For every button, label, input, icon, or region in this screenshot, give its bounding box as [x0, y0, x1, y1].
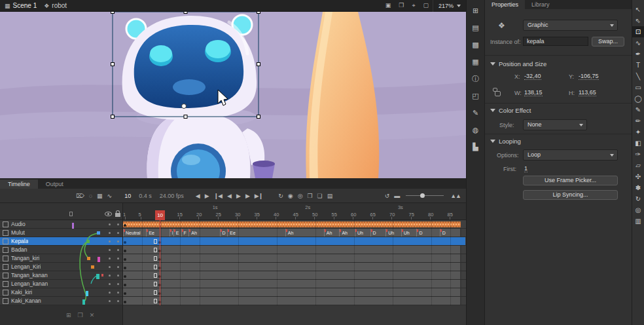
robot-head-instance[interactable] [122, 15, 257, 120]
zoom-level-dropdown[interactable]: 217% [433, 0, 466, 12]
lasso-tool[interactable]: ∿ [632, 37, 644, 48]
keyframe-dot[interactable] [124, 267, 126, 269]
layer-item-badan[interactable]: Badan [0, 246, 122, 254]
motion-editor-icon[interactable]: ∿ [105, 193, 115, 199]
frames-row-kaki_kiri[interactable] [123, 288, 466, 297]
rectangle-tool[interactable]: ▭ [632, 82, 644, 93]
edit-symbols-icon[interactable]: ❐ [395, 2, 408, 9]
transform-point[interactable] [182, 104, 187, 109]
delete-layer-icon[interactable]: ✕ [86, 312, 98, 318]
keyframe-hollow[interactable] [154, 273, 157, 278]
y-value[interactable]: -106,75 [579, 73, 599, 80]
layer-item-lengan_kanan[interactable]: Lengan_kanan [0, 280, 122, 288]
keyframe-dot[interactable] [124, 241, 126, 244]
frames-row-lengan_kiri[interactable] [123, 263, 466, 271]
h-value[interactable]: 113,65 [579, 89, 596, 96]
frames-row-badan[interactable] [123, 246, 466, 254]
onion-skin-icon[interactable]: ◉ [285, 193, 295, 199]
step-forward-icon[interactable]: ▶ [202, 193, 211, 199]
keyframe-dot[interactable] [124, 301, 126, 303]
layer-lock-dot[interactable] [117, 275, 119, 277]
layer-lock-dot[interactable] [117, 258, 119, 259]
pen-tool[interactable]: ✒ [632, 48, 644, 60]
step-back-icon[interactable]: ◀ [193, 193, 202, 199]
eraser-tool[interactable]: ▱ [632, 160, 644, 171]
color-panel-icon[interactable]: ▩ [468, 37, 484, 52]
play-icon[interactable]: ▶ [234, 193, 243, 199]
tab-properties[interactable]: Properties [485, 0, 525, 9]
reset-timeline-zoom-icon[interactable]: ↺ [382, 193, 392, 199]
layer-lock-dot[interactable] [117, 223, 119, 225]
eyedropper-tool[interactable]: ✑ [632, 149, 644, 160]
tab-library[interactable]: Library [525, 0, 556, 9]
layer-visibility-dot[interactable] [109, 240, 111, 242]
layer-item-lengan_kiri[interactable]: Lengan_Kiri [0, 263, 122, 271]
publish-panel-icon[interactable]: ◍ [468, 122, 484, 138]
keyframe-hollow[interactable] [154, 290, 157, 295]
keyframe-dot[interactable] [124, 258, 126, 261]
frames-row-tangan_kanan[interactable] [123, 271, 466, 280]
keyframe-dot[interactable] [124, 292, 126, 295]
width-tool[interactable]: ✣ [632, 171, 644, 182]
layer-visibility-dot[interactable] [109, 292, 111, 294]
lock-all-icon[interactable] [115, 213, 120, 217]
swap-button[interactable]: Swap... [592, 37, 624, 47]
rotation-tool[interactable]: ↻ [632, 193, 644, 204]
layer-visibility-dot[interactable] [109, 249, 111, 251]
free-transform-tool[interactable]: ⊡ [632, 26, 644, 37]
hand-tool[interactable]: ✽ [632, 182, 644, 193]
keyframe-dot[interactable] [124, 250, 126, 252]
keyframe-hollow[interactable] [154, 299, 157, 303]
insert-frame-icon[interactable]: ▤ [325, 193, 335, 199]
layer-lock-dot[interactable] [117, 266, 119, 268]
layer-lock-dot[interactable] [117, 300, 119, 302]
playhead-marker[interactable]: 10 [155, 210, 165, 220]
layer-item-mulut[interactable]: Mulut [0, 229, 122, 237]
swatches-panel-icon[interactable]: ▦ [468, 54, 484, 69]
layer-visibility-dot[interactable] [109, 300, 111, 302]
lip-syncing-button[interactable]: Lip Syncing... [523, 190, 618, 200]
keyframe-hollow[interactable] [154, 256, 157, 261]
layer-item-kaki_kanan[interactable]: Kaki_Kanan [0, 297, 122, 305]
layer-lock-dot[interactable] [117, 283, 119, 285]
playhead-line[interactable] [160, 220, 160, 305]
layer-visibility-dot[interactable] [109, 266, 111, 268]
symbol-type-dropdown[interactable]: Graphic [523, 20, 618, 31]
layer-visibility-dot[interactable] [109, 223, 111, 225]
keyframe-dot[interactable] [124, 284, 126, 286]
keyframe-hollow[interactable] [154, 239, 157, 244]
camera-tool[interactable]: ▥ [632, 216, 644, 227]
paste-frames-icon[interactable]: ❐ [305, 193, 315, 199]
layer-item-kaki_kiri[interactable]: Kaki_kiri [0, 288, 122, 297]
onion-skin-range-icon[interactable]: ◌ [86, 193, 94, 199]
brush-library-panel-icon[interactable]: ✎ [468, 105, 484, 121]
frames-row-kaki_kanan[interactable] [123, 297, 466, 305]
fit-stage-icon[interactable]: ▢ [419, 2, 433, 9]
brush-tool[interactable]: ✏ [632, 115, 644, 126]
frames-row-lengan_kanan[interactable] [123, 280, 466, 288]
keyframe-hollow[interactable] [154, 248, 157, 252]
breadcrumb-symbol[interactable]: robot [52, 2, 67, 9]
frames-row-mulut[interactable]: NeutralEeDEFAhDEeAhAhAhUhDUhUhDD [123, 229, 466, 237]
breadcrumb-scene[interactable]: Scene 1 [13, 2, 37, 9]
layer-visibility-dot[interactable] [109, 258, 111, 259]
instance-name-field[interactable]: kepala [523, 37, 588, 46]
layer-item-kepala[interactable]: Kepala [0, 237, 122, 246]
timeline-ruler[interactable]: 10 1s2s3s1515202530354045505560657075808… [123, 203, 466, 220]
layer-lock-dot[interactable] [117, 292, 119, 294]
scene-icon[interactable]: ▦ [5, 3, 10, 9]
w-value[interactable]: 138,15 [524, 89, 543, 96]
shorter-frames-icon[interactable]: ▬ [391, 193, 402, 199]
layer-lock-dot[interactable] [117, 249, 119, 251]
libraries-panel-icon[interactable]: ▤ [468, 20, 484, 35]
parent-view-icon[interactable] [69, 212, 73, 216]
align-panel-icon[interactable]: ⊞ [468, 3, 484, 18]
color-effect-section-header[interactable]: Color Effect [490, 107, 531, 114]
layer-lock-dot[interactable] [117, 240, 119, 242]
delete-frames-icon[interactable]: ⌦ [73, 193, 86, 199]
center-stage-icon[interactable]: ⌖ [408, 2, 419, 9]
edit-multiple-frames-icon[interactable]: ▦ [94, 193, 105, 199]
use-frame-picker-button[interactable]: Use Frame Picker... [523, 176, 618, 185]
zoom-tool[interactable]: ◎ [632, 204, 644, 216]
frames-area[interactable]: 10 1s2s3s1515202530354045505560657075808… [123, 203, 466, 325]
